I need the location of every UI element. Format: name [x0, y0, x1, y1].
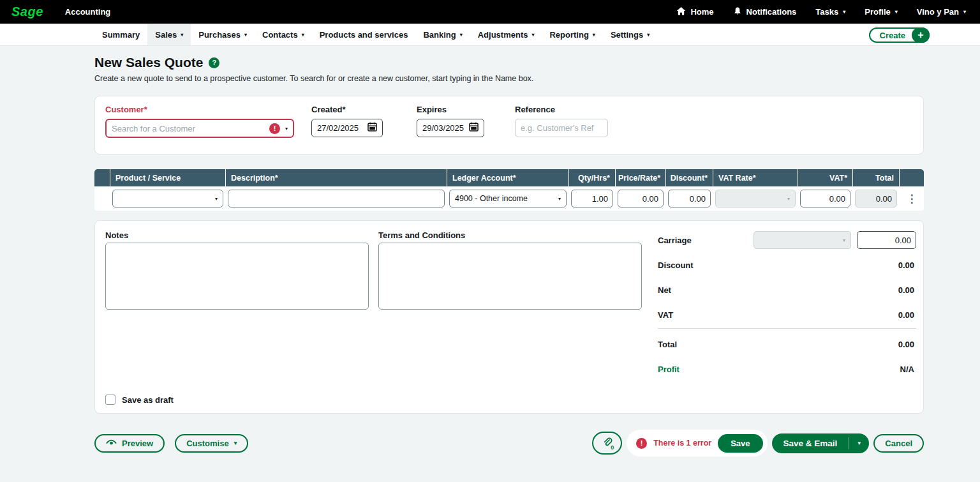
- table-header-row: Product / Service Description* Ledger Ac…: [94, 169, 924, 186]
- column-qty-hrs: Qty/Hrs*: [569, 169, 615, 186]
- chevron-down-icon: ▾: [787, 196, 790, 202]
- nav-item-sales[interactable]: Sales▾: [147, 24, 191, 45]
- column-product-service: Product / Service: [110, 169, 225, 186]
- attachments-button[interactable]: 0: [592, 432, 622, 455]
- description-input[interactable]: [228, 190, 445, 207]
- chevron-down-icon: ▾: [215, 196, 218, 202]
- company-name: Vino y Pan: [917, 7, 959, 17]
- preview-button[interactable]: Preview: [94, 434, 165, 453]
- calendar-icon[interactable]: [469, 122, 479, 134]
- save-button[interactable]: Save: [718, 434, 762, 453]
- create-button[interactable]: Create +: [869, 27, 930, 43]
- bell-icon: [733, 6, 742, 18]
- table-row: ▾ 4900 - Other income ▾ ▾ ⋮: [94, 186, 924, 211]
- chevron-down-icon: ▾: [963, 9, 966, 15]
- column-description: Description*: [226, 169, 447, 186]
- nav-item-adjustments[interactable]: Adjustments▾: [470, 24, 542, 45]
- price-rate-input[interactable]: [618, 190, 664, 207]
- customer-search-input[interactable]: [112, 124, 264, 133]
- help-icon[interactable]: ?: [209, 57, 219, 68]
- tasks-label: Tasks: [815, 7, 838, 17]
- discount-input[interactable]: [668, 190, 711, 207]
- grand-total-value: 0.00: [898, 340, 914, 349]
- customer-label: Customer*: [105, 105, 294, 114]
- nav-item-banking[interactable]: Banking▾: [415, 24, 470, 45]
- save-as-draft-row: Save as draft: [105, 395, 174, 405]
- chevron-down-icon: ▾: [531, 32, 534, 38]
- vat-total-value: 0.00: [898, 310, 914, 320]
- vat-rate-select: ▾: [715, 190, 796, 207]
- main-nav: Summary Sales▾ Purchases▾ Contacts▾ Prod…: [0, 24, 980, 46]
- column-ledger-account: Ledger Account*: [447, 169, 568, 186]
- topbar-menu: Home Notifications Tasks ▾ Profile ▾ Vin…: [676, 6, 966, 18]
- chevron-down-icon: ▾: [234, 440, 237, 446]
- chevron-down-icon: ▾: [593, 32, 595, 38]
- save-as-draft-checkbox[interactable]: [105, 395, 115, 405]
- tasks-menu-item[interactable]: Tasks ▾: [815, 7, 845, 17]
- nav-item-summary[interactable]: Summary: [94, 24, 147, 45]
- column-vat-rate: VAT Rate*: [713, 169, 798, 186]
- save-and-email-split-button: Save & Email ▾: [772, 433, 870, 453]
- topbar: Sage Accounting Home Notifications Tasks…: [0, 0, 980, 24]
- home-label: Home: [690, 7, 713, 17]
- nav-item-contacts[interactable]: Contacts▾: [255, 24, 312, 45]
- grand-total-label: Total: [658, 340, 677, 349]
- home-icon: [676, 6, 686, 18]
- column-row-actions: [900, 169, 924, 186]
- carriage-ledger-select: ▾: [754, 231, 851, 249]
- app-name: Accounting: [65, 7, 111, 17]
- terms-textarea[interactable]: [378, 243, 642, 310]
- totals-divider: [658, 328, 916, 329]
- nav-item-settings[interactable]: Settings▾: [603, 24, 657, 45]
- vat-input[interactable]: [800, 190, 850, 207]
- net-total-value: 0.00: [898, 285, 914, 295]
- nav-item-purchases[interactable]: Purchases▾: [191, 24, 255, 45]
- customer-search-combobox[interactable]: ! ▾: [105, 119, 294, 138]
- created-date-field[interactable]: [311, 119, 383, 137]
- expires-label: Expires: [417, 105, 484, 114]
- profile-menu-item[interactable]: Profile ▾: [865, 7, 897, 17]
- profit-value: N/A: [900, 365, 914, 374]
- cancel-button[interactable]: Cancel: [873, 434, 924, 453]
- save-and-email-dropdown[interactable]: ▾: [849, 433, 869, 453]
- product-service-select[interactable]: ▾: [112, 190, 223, 207]
- column-total: Total: [853, 169, 899, 186]
- notifications-label: Notifications: [746, 7, 797, 17]
- ledger-account-select[interactable]: 4900 - Other income ▾: [449, 190, 567, 207]
- footer-actions: Preview Customise ▾ 0 ! There is 1 error…: [94, 429, 924, 457]
- company-menu-item[interactable]: Vino y Pan ▾: [917, 7, 966, 17]
- chevron-down-icon: ▾: [858, 440, 861, 446]
- error-message: There is 1 error: [653, 439, 711, 448]
- nav-item-products-services[interactable]: Products and services: [312, 24, 416, 45]
- eye-icon: [106, 439, 117, 448]
- chevron-down-icon: ▾: [843, 9, 845, 15]
- reference-input[interactable]: [521, 123, 602, 133]
- created-date-input[interactable]: [317, 123, 363, 133]
- chevron-down-icon: ▾: [558, 196, 561, 202]
- customise-button[interactable]: Customise ▾: [175, 434, 248, 453]
- error-icon: !: [636, 438, 647, 449]
- qty-hrs-input[interactable]: [571, 190, 613, 207]
- home-menu-item[interactable]: Home: [676, 6, 713, 18]
- sage-logo[interactable]: Sage: [11, 4, 43, 19]
- save-and-email-button[interactable]: Save & Email: [772, 433, 849, 453]
- expires-date-field[interactable]: [417, 119, 484, 137]
- chevron-down-icon: ▾: [285, 126, 288, 132]
- net-total-label: Net: [658, 285, 671, 295]
- row-actions-kebab-icon[interactable]: ⋮: [900, 193, 924, 204]
- notifications-menu-item[interactable]: Notifications: [733, 6, 797, 18]
- page-title: New Sales Quote: [94, 55, 203, 70]
- reference-field[interactable]: [515, 119, 608, 137]
- line-total-readonly: [855, 190, 897, 207]
- chevron-down-icon: ▾: [244, 32, 247, 38]
- nav-item-reporting[interactable]: Reporting▾: [542, 24, 602, 45]
- carriage-amount-input[interactable]: [857, 231, 916, 249]
- calendar-icon[interactable]: [368, 122, 377, 134]
- column-vat: VAT*: [798, 169, 852, 186]
- notes-textarea[interactable]: [105, 243, 369, 310]
- expires-date-input[interactable]: [422, 123, 464, 133]
- profit-label: Profit: [658, 365, 679, 374]
- plus-icon: +: [912, 27, 930, 43]
- profile-label: Profile: [865, 7, 890, 17]
- chevron-down-icon: ▾: [895, 9, 898, 15]
